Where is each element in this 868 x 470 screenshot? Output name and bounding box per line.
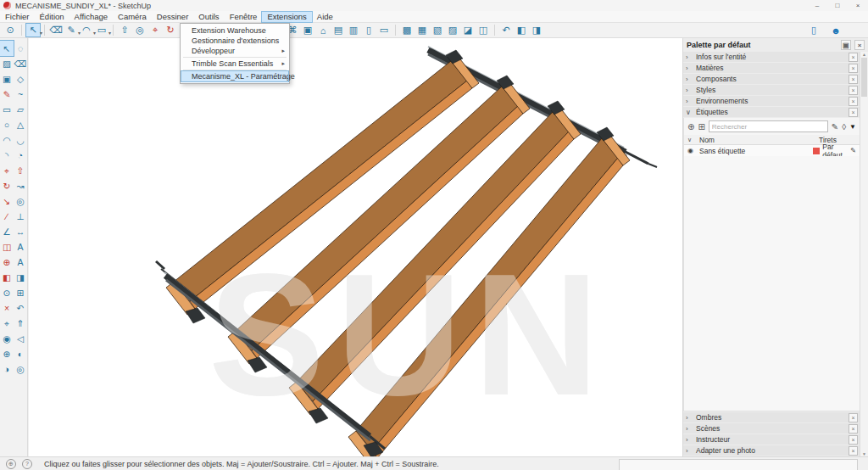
section-ombres[interactable]: › Ombres × [683, 412, 860, 422]
scale-tool[interactable]: ↘ [0, 193, 14, 209]
zoom-tool[interactable]: ⊙ [0, 285, 14, 300]
menu-item-extension-warehouse[interactable]: Extension Warehouse [181, 25, 288, 36]
sort-chevron-icon[interactable]: ∨ [687, 137, 699, 143]
circle-tool[interactable]: ○ [0, 117, 14, 132]
section-composants[interactable]: › Composants × [683, 74, 860, 84]
section-close-icon[interactable]: × [849, 413, 858, 422]
model-viewport[interactable]: SUN [29, 38, 682, 456]
menu-item-developpeur[interactable]: Développeur ▸ [181, 46, 288, 56]
previous-view-tool[interactable]: ↶ [14, 300, 27, 316]
eraser-tool[interactable]: ⌫ [49, 24, 63, 36]
rotate-tool[interactable]: ↻ [164, 24, 177, 36]
panel-scrollbar[interactable]: ▲ ▼ [860, 52, 868, 456]
section-styles[interactable]: › Styles × [683, 85, 860, 95]
help-status-icon[interactable]: ? [22, 459, 32, 469]
arc-tool[interactable]: ◠ [0, 132, 14, 148]
pencil-edit-icon[interactable]: ✎ [832, 122, 838, 131]
zoom-extents-tool[interactable]: × [0, 300, 14, 316]
walk-tool[interactable]: ⇑ [14, 316, 27, 331]
menu-edition[interactable]: Édition [35, 12, 70, 22]
section-instructeur[interactable]: › Instructeur × [683, 434, 860, 445]
section-adapter-une-photo[interactable]: › Adapter une photo × [683, 445, 860, 456]
new-document-icon[interactable]: ▯ [807, 24, 821, 36]
pencil-edit-icon[interactable]: ✎ [850, 147, 856, 154]
dimension-tool[interactable]: ↔ [14, 224, 27, 239]
minimize-button[interactable]: – [807, 0, 827, 11]
line-tool[interactable]: ✎ [64, 24, 78, 36]
menu-outils[interactable]: Outils [193, 12, 224, 22]
home-icon[interactable]: ⌂ [316, 24, 330, 36]
new-file-icon[interactable]: ▯ [362, 24, 376, 36]
menu-affichage[interactable]: Affichage [70, 12, 113, 22]
show-terrain-tool[interactable]: ◐ [14, 346, 27, 361]
section-close-icon[interactable]: × [849, 97, 858, 106]
subtract-tool[interactable]: ▨ [446, 24, 459, 36]
position-camera-tool[interactable]: ⌖ [0, 316, 14, 331]
split-tool[interactable]: ◫ [476, 24, 490, 36]
panel-options-icon[interactable]: ▣ [841, 40, 851, 50]
section-close-icon[interactable]: × [849, 446, 858, 456]
protractor-tool[interactable]: ∠ [0, 224, 14, 239]
menu-dessiner[interactable]: Dessiner [152, 12, 194, 22]
paint-bucket-tool[interactable]: ▨ [0, 56, 14, 71]
account-person-icon[interactable]: ☻ [829, 24, 843, 36]
move-tool[interactable]: ⌖ [0, 163, 14, 178]
scrollbar-thumb[interactable] [861, 58, 867, 97]
search-tool[interactable]: ⊙ [3, 24, 17, 36]
make-component-tool[interactable]: ▣ [0, 71, 14, 87]
zoom-window-tool[interactable]: ⊞ [14, 285, 27, 300]
menu-fenetre[interactable]: Fenêtre [225, 12, 263, 22]
offset-tool[interactable]: ◎ [14, 193, 27, 209]
line-tool[interactable]: ✎ [0, 87, 14, 102]
column-header-nom[interactable]: Nom [699, 136, 819, 144]
scroll-up-icon[interactable]: ▲ [862, 52, 866, 57]
filter-icon[interactable]: ▼ [849, 123, 856, 131]
section-close-icon[interactable]: × [849, 424, 858, 434]
add-tag-icon[interactable]: ⊕ [687, 122, 694, 131]
move-tool[interactable]: ⌖ [148, 24, 162, 36]
extension-warehouse-icon[interactable]: ▣ [301, 24, 314, 36]
section-fill-tool[interactable]: ◧ [515, 24, 528, 36]
section-fill-tool[interactable]: ◨ [14, 270, 27, 285]
undo-view-tool[interactable]: ↶ [499, 24, 513, 36]
geolocation-status-icon[interactable]: ⊕ [6, 459, 16, 469]
rotated-rectangle-tool[interactable]: ▱ [14, 102, 27, 117]
tape-measure-tool[interactable]: ∕ [0, 209, 14, 224]
tag-tool[interactable]: ◇ [14, 71, 27, 87]
tag-color-swatch[interactable] [813, 148, 820, 154]
notes-icon[interactable]: ▥ [347, 24, 360, 36]
arc-tool[interactable]: ◠ [80, 24, 93, 36]
clipboard-icon[interactable]: ▤ [331, 24, 345, 36]
tour-guide-tool[interactable]: ◁ [14, 331, 27, 346]
intersect-tool[interactable]: ▦ [415, 24, 429, 36]
panel-close-icon[interactable]: × [854, 40, 865, 50]
menu-fichier[interactable]: Fichier [0, 12, 35, 22]
close-button[interactable]: × [848, 0, 868, 11]
menu-item-mecanisme-xl-parametrage[interactable]: Mecanisme_XL - Paramétrage [181, 71, 288, 81]
toolbar-separator[interactable] [494, 25, 495, 36]
frame-icon[interactable]: ▭ [377, 24, 391, 36]
menu-aide[interactable]: Aide [312, 12, 338, 22]
rectangle-tool[interactable]: ▭ [95, 24, 108, 36]
section-close-icon[interactable]: × [849, 53, 858, 62]
add-location-tool[interactable]: ⊕ [0, 346, 14, 361]
axes-target-tool[interactable]: ⊕ [0, 255, 14, 270]
section-close-icon[interactable]: × [849, 64, 858, 73]
three-point-arc-tool[interactable]: ◝ [0, 148, 14, 163]
menu-item-trimble-scan-essentials[interactable]: Trimble Scan Essentials ▸ [181, 59, 288, 69]
section-infos-sur-lentite[interactable]: › Infos sur l'entité × [683, 52, 860, 62]
union-tool[interactable]: ▧ [431, 24, 444, 36]
push-pull-tool[interactable]: ⇧ [14, 163, 27, 178]
push-pull-tool[interactable]: ⇧ [118, 24, 131, 36]
section-close-icon[interactable]: × [849, 75, 858, 84]
geolocation-tool[interactable]: ◎ [14, 361, 27, 377]
polygon-tool[interactable]: △ [14, 117, 27, 132]
measurements-input[interactable] [619, 459, 858, 470]
add-tag-folder-icon[interactable]: ⊞ [698, 122, 704, 131]
toolbar-separator[interactable] [113, 25, 114, 36]
axes-tool[interactable]: ⊥ [14, 209, 27, 224]
trim-tool[interactable]: ◪ [461, 24, 475, 36]
section-matieres[interactable]: › Matières × [683, 63, 860, 73]
toolbar-separator[interactable] [21, 25, 22, 36]
tags-search-input[interactable] [709, 120, 828, 132]
